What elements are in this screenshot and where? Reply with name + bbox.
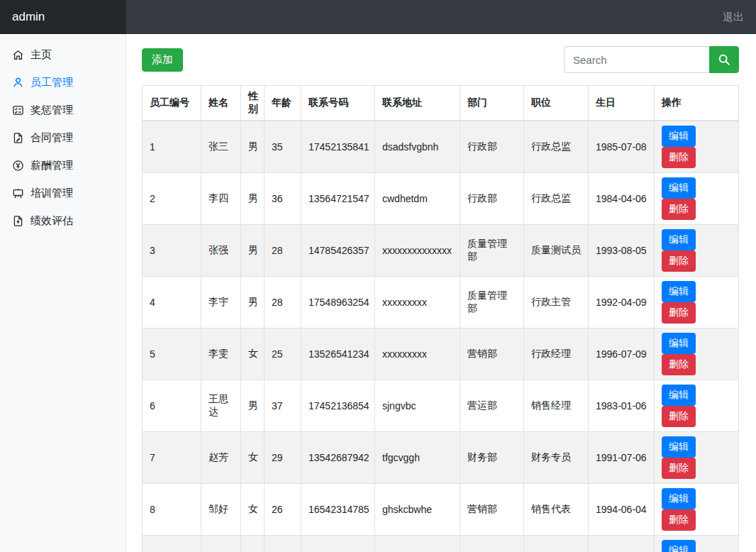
- cell-gender: 男: [241, 277, 265, 329]
- cell-employee-id: 4: [143, 277, 201, 329]
- cell-employee-id: 8: [143, 484, 201, 536]
- sidebar-item-label: 主页: [30, 48, 52, 62]
- cell-phone: 17452136854: [301, 380, 375, 432]
- cell-department: 财务部: [460, 432, 524, 484]
- delete-button[interactable]: 删除: [662, 509, 696, 531]
- cell-employee-id: 5: [143, 329, 201, 380]
- table-header-row: 员工编号 姓名 性别 年龄 联系号码 联系地址 部门 职位 生日 操作: [143, 86, 739, 121]
- cell-employee-id: 3: [143, 225, 201, 277]
- delete-button[interactable]: 删除: [662, 354, 696, 375]
- edit-button[interactable]: 编辑: [662, 229, 696, 250]
- header-position: 职位: [524, 86, 589, 121]
- cell-actions: 编辑删除: [655, 432, 739, 484]
- header-actions: 操作: [655, 86, 739, 121]
- cell-department: 行政部: [460, 536, 524, 552]
- top-navbar: admin 退出: [0, 0, 756, 34]
- header-address: 联系地址: [375, 86, 460, 121]
- cell-address: wsdfgefv: [375, 536, 460, 552]
- header-employee-id: 员工编号: [143, 86, 201, 121]
- cell-position: 质量测试员: [524, 225, 589, 277]
- add-button[interactable]: 添加: [142, 48, 183, 72]
- delete-button[interactable]: 删除: [662, 406, 696, 427]
- edit-button[interactable]: 编辑: [662, 488, 696, 509]
- header-birthday: 生日: [589, 86, 655, 121]
- cell-age: 28: [265, 277, 301, 329]
- delete-button[interactable]: 删除: [662, 302, 696, 324]
- delete-button[interactable]: 删除: [662, 458, 696, 479]
- cell-actions: 编辑删除: [655, 277, 739, 329]
- cell-birthday: 1983-01-06: [589, 380, 655, 432]
- cell-position: 行政经理: [524, 329, 589, 380]
- cell-gender: 男: [241, 380, 265, 432]
- edit-button[interactable]: 编辑: [662, 540, 696, 552]
- cell-position: 行政总监: [524, 121, 589, 173]
- cell-position: 行政主管: [524, 536, 589, 552]
- sidebar-item-home[interactable]: 主页: [0, 41, 126, 69]
- table-row: 5 李雯 女 25 13526541234 xxxxxxxxx 营销部 行政经理…: [143, 329, 739, 380]
- cell-address: cwdhetdm: [375, 173, 460, 225]
- cell-address: xxxxxxxxx: [375, 277, 460, 329]
- cell-position: 销售代表: [524, 484, 589, 536]
- delete-button[interactable]: 删除: [662, 199, 696, 220]
- edit-button[interactable]: 编辑: [662, 385, 696, 406]
- cell-actions: 编辑删除: [655, 329, 739, 380]
- logout-link[interactable]: 退出: [723, 11, 744, 24]
- cell-department: 质量管理部: [460, 277, 524, 329]
- sidebar-item-salary[interactable]: 薪酬管理: [0, 152, 126, 180]
- table-row: 8 邹好 女 26 16542314785 ghskcbwhe 营销部 销售代表…: [143, 484, 739, 536]
- edit-button[interactable]: 编辑: [662, 281, 696, 302]
- cell-birthday: 1993-08-05: [589, 225, 655, 277]
- header-gender: 性别: [241, 86, 265, 121]
- brand[interactable]: admin: [0, 0, 126, 34]
- toolbar: 添加: [142, 46, 739, 73]
- header-department: 部门: [460, 86, 524, 121]
- navbar-right: 退出: [126, 0, 756, 34]
- cell-age: 28: [265, 225, 301, 277]
- table-row: 1 张三 男 35 17452135841 dsadsfvgbnh 行政部 行政…: [143, 121, 739, 173]
- cell-phone: 17452135841: [301, 121, 375, 173]
- cell-name: 李雯: [201, 329, 241, 380]
- cell-actions: 编辑删除: [655, 173, 739, 225]
- table-row: 7 赵芳 女 29 13542687942 tfgcvggh 财务部 财务专员 …: [143, 432, 739, 484]
- cell-department: 行政部: [460, 173, 524, 225]
- main-content: 添加 员工编号: [126, 34, 756, 552]
- edit-button[interactable]: 编辑: [662, 126, 696, 147]
- cell-actions: 编辑删除: [655, 380, 739, 432]
- cell-position: 行政主管: [524, 277, 589, 329]
- cell-phone: 14785426357: [301, 225, 375, 277]
- search-button[interactable]: [709, 46, 739, 73]
- sidebar-item-training[interactable]: 培训管理: [0, 180, 126, 207]
- cell-address: dsadsfvgbnh: [375, 121, 460, 173]
- cell-birthday: 1991-07-06: [589, 432, 655, 484]
- sidebar-item-rewards[interactable]: 奖惩管理: [0, 96, 126, 124]
- cell-employee-id: 6: [143, 380, 201, 432]
- sidebar-item-label: 员工管理: [30, 76, 73, 89]
- cell-gender: 男: [241, 121, 265, 173]
- table-row: 9 李韵 男 34 14523147852 wsdfgefv 行政部 行政主管 …: [143, 536, 739, 552]
- sidebar-item-performance[interactable]: 绩效评估: [0, 207, 126, 235]
- cell-gender: 男: [241, 536, 265, 552]
- cell-phone: 13564721547: [301, 173, 375, 225]
- cell-birthday: 1986-03-16: [589, 536, 655, 552]
- cell-phone: 13542687942: [301, 432, 375, 484]
- cell-phone: 14523147852: [301, 536, 375, 552]
- sidebar-item-contracts[interactable]: 合同管理: [0, 124, 126, 152]
- cell-birthday: 1985-07-08: [589, 121, 655, 173]
- sidebar-item-employees[interactable]: 员工管理: [0, 69, 126, 96]
- delete-button[interactable]: 删除: [662, 147, 696, 168]
- cell-name: 李四: [201, 173, 241, 225]
- cell-position: 行政总监: [524, 173, 589, 225]
- cell-employee-id: 9: [143, 536, 201, 552]
- search-input[interactable]: [564, 46, 709, 73]
- table-body: 1 张三 男 35 17452135841 dsadsfvgbnh 行政部 行政…: [143, 121, 739, 552]
- cell-actions: 编辑删除: [655, 225, 739, 277]
- edit-button[interactable]: 编辑: [662, 436, 696, 458]
- delete-button[interactable]: 删除: [662, 250, 696, 272]
- cell-actions: 编辑删除: [655, 484, 739, 536]
- edit-button[interactable]: 编辑: [662, 333, 696, 354]
- easel-icon: [12, 187, 24, 199]
- sidebar-item-label: 合同管理: [30, 131, 73, 145]
- cell-department: 质量管理部: [460, 225, 524, 277]
- edit-button[interactable]: 编辑: [662, 177, 696, 199]
- cell-position: 销售经理: [524, 380, 589, 432]
